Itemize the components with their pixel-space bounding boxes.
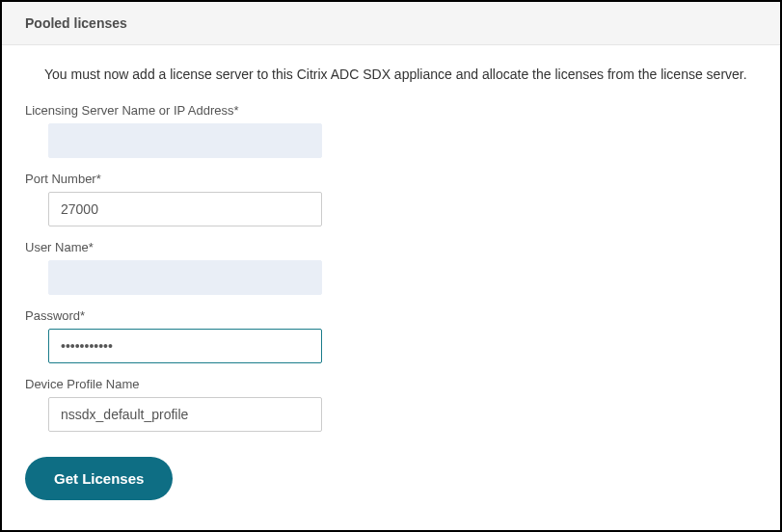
form-group-password: Password* — [25, 308, 757, 363]
username-label: User Name* — [25, 240, 757, 254]
password-input[interactable] — [48, 329, 322, 363]
form-group-profile: Device Profile Name — [25, 377, 757, 432]
profile-input[interactable] — [48, 397, 322, 432]
form-group-server: Licensing Server Name or IP Address* — [25, 103, 757, 158]
button-row: Get Licenses — [25, 457, 757, 500]
page-description: You must now add a license server to thi… — [44, 66, 757, 82]
port-label: Port Number* — [25, 172, 757, 186]
header-bar: Pooled licenses — [2, 2, 780, 45]
content-area: You must now add a license server to thi… — [2, 45, 780, 519]
server-label: Licensing Server Name or IP Address* — [25, 103, 757, 118]
port-input[interactable] — [48, 192, 322, 226]
password-label: Password* — [25, 308, 757, 323]
get-licenses-button[interactable]: Get Licenses — [25, 457, 173, 500]
profile-label: Device Profile Name — [25, 377, 757, 391]
form-group-username: User Name* — [25, 240, 757, 295]
server-input[interactable] — [48, 123, 322, 158]
form-group-port: Port Number* — [25, 172, 757, 226]
username-input[interactable] — [48, 260, 322, 295]
page-title: Pooled licenses — [25, 15, 757, 31]
